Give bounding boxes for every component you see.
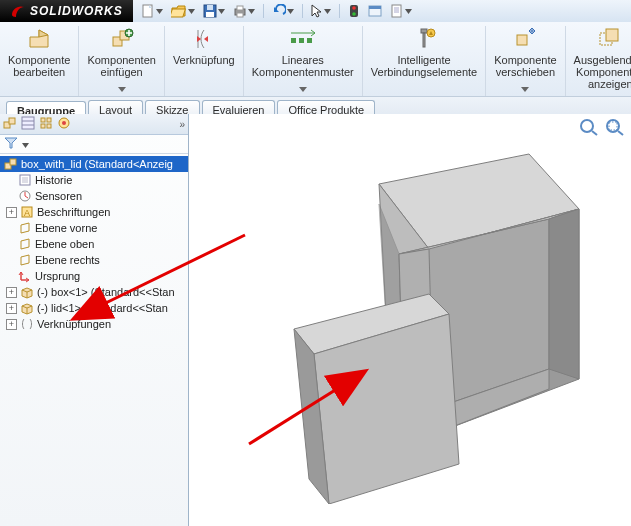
funnel-icon xyxy=(4,137,18,149)
panel-tab-feature-tree[interactable] xyxy=(3,116,17,132)
feature-tree[interactable]: box_with_lid (Standard<Anzeig Historie S… xyxy=(0,154,188,526)
save-button[interactable] xyxy=(201,3,227,19)
tree-item-front-plane[interactable]: Ebene vorne xyxy=(0,220,188,236)
svg-marker-58 xyxy=(549,209,579,379)
plane-icon xyxy=(18,253,32,267)
zoom-area-button[interactable] xyxy=(605,118,625,138)
ribbon-edit-component[interactable]: Komponente bearbeiten xyxy=(0,26,79,96)
expand-toggle[interactable]: + xyxy=(6,319,17,330)
chevron-down-icon[interactable] xyxy=(299,82,307,94)
tree-item-label: (-) box<1> (Standard<<Stan xyxy=(37,286,175,298)
ribbon-mate[interactable]: Verknüpfung xyxy=(165,26,244,96)
print-icon xyxy=(233,4,247,18)
chevron-down-icon[interactable] xyxy=(156,9,163,14)
ribbon-linear-pattern[interactable]: Lineares Komponentenmuster xyxy=(244,26,363,96)
chevron-down-icon[interactable] xyxy=(218,9,225,14)
select-button[interactable] xyxy=(309,3,333,19)
plane-icon xyxy=(18,237,32,251)
expand-toggle[interactable]: + xyxy=(6,287,17,298)
svg-point-10 xyxy=(352,12,356,16)
panel-tabs: » xyxy=(0,114,188,135)
svg-line-47 xyxy=(592,131,597,135)
ribbon-label: Intelligente Verbindungselemente xyxy=(371,54,477,78)
tree-item-top-plane[interactable]: Ebene oben xyxy=(0,236,188,252)
help-button[interactable] xyxy=(388,3,414,19)
ribbon-show-hidden[interactable]: Ausgeblendete Komponenten anzeigen xyxy=(566,26,631,96)
tree-item-history[interactable]: Historie xyxy=(0,172,188,188)
svg-rect-4 xyxy=(206,12,214,17)
tree-item-part-box[interactable]: + (-) box<1> (Standard<<Stan xyxy=(0,284,188,300)
tree-item-label: Verknüpfungen xyxy=(37,318,111,330)
expand-toggle[interactable]: + xyxy=(6,207,17,218)
panel-tab-display[interactable] xyxy=(57,116,71,132)
view-tools xyxy=(579,118,625,138)
chevron-down-icon[interactable] xyxy=(521,82,529,94)
sensor-icon xyxy=(18,189,32,203)
print-button[interactable] xyxy=(231,3,257,19)
new-button[interactable] xyxy=(139,3,165,19)
assembly-icon xyxy=(3,116,17,130)
part-icon xyxy=(20,301,34,315)
title-bar: SOLIDWORKS xyxy=(0,0,631,22)
chevron-down-icon[interactable] xyxy=(324,9,331,14)
tree-root-label: box_with_lid (Standard<Anzeig xyxy=(21,158,173,170)
undo-button[interactable] xyxy=(270,3,296,19)
ribbon-move-component[interactable]: Komponente verschieben xyxy=(486,26,565,96)
edit-component-icon xyxy=(27,27,51,51)
save-icon xyxy=(203,4,217,18)
chevron-down-icon[interactable] xyxy=(22,138,29,150)
tree-root[interactable]: box_with_lid (Standard<Anzeig xyxy=(0,156,188,172)
tree-item-mates[interactable]: + Verknüpfungen xyxy=(0,316,188,332)
svg-rect-41 xyxy=(10,159,16,165)
ribbon-label: Lineares Komponentenmuster xyxy=(252,54,354,78)
chevron-down-icon[interactable] xyxy=(118,82,126,94)
insert-components-icon xyxy=(110,27,134,51)
cursor-icon xyxy=(311,4,323,18)
document-icon xyxy=(390,4,404,18)
svg-point-39 xyxy=(62,121,66,125)
tree-item-annotations[interactable]: + A Beschriftungen xyxy=(0,204,188,220)
ribbon-smart-fasteners[interactable]: Intelligente Verbindungselemente xyxy=(363,26,486,96)
chevron-down-icon[interactable] xyxy=(248,9,255,14)
ribbon: Komponente bearbeiten Komponenten einfüg… xyxy=(0,22,631,97)
chevron-down-icon[interactable] xyxy=(405,9,412,14)
display-icon xyxy=(57,116,71,130)
new-icon xyxy=(141,4,155,18)
assembly-icon xyxy=(4,157,18,171)
options-button[interactable] xyxy=(366,3,384,19)
svg-rect-50 xyxy=(609,122,617,130)
config-icon xyxy=(39,116,53,130)
tree-item-sensors[interactable]: Sensoren xyxy=(0,188,188,204)
fastener-icon xyxy=(412,27,436,51)
zoom-to-fit-button[interactable] xyxy=(579,118,599,138)
expand-toggle[interactable]: + xyxy=(6,303,17,314)
tree-item-label: Historie xyxy=(35,174,72,186)
tree-item-right-plane[interactable]: Ebene rechts xyxy=(0,252,188,268)
filter-button[interactable] xyxy=(4,137,18,151)
rebuild-button[interactable] xyxy=(346,3,362,19)
panel-tab-property[interactable] xyxy=(21,116,35,132)
ribbon-insert-components[interactable]: Komponenten einfügen xyxy=(79,26,165,96)
plane-icon xyxy=(18,221,32,235)
app-logo: SOLIDWORKS xyxy=(0,3,133,19)
tree-item-origin[interactable]: Ursprung xyxy=(0,268,188,284)
svg-rect-34 xyxy=(41,118,45,122)
part-icon xyxy=(20,285,34,299)
ribbon-label: Komponente verschieben xyxy=(494,54,556,78)
property-icon xyxy=(21,116,35,130)
mate-icon xyxy=(192,27,216,51)
svg-rect-24 xyxy=(423,33,425,47)
chevron-down-icon[interactable] xyxy=(188,9,195,14)
graphics-viewport[interactable] xyxy=(189,114,631,526)
panel-collapse[interactable]: » xyxy=(179,119,185,130)
svg-point-46 xyxy=(581,120,593,132)
chevron-down-icon[interactable] xyxy=(287,9,294,14)
app-name: SOLIDWORKS xyxy=(30,4,123,18)
svg-point-9 xyxy=(352,6,356,10)
tree-item-part-lid[interactable]: + (-) lid<1> (Standard<<Stan xyxy=(0,300,188,316)
open-button[interactable] xyxy=(169,3,197,19)
svg-rect-7 xyxy=(237,13,243,17)
mates-icon xyxy=(20,317,34,331)
panel-tab-config[interactable] xyxy=(39,116,53,132)
tree-item-label: Ebene rechts xyxy=(35,254,100,266)
